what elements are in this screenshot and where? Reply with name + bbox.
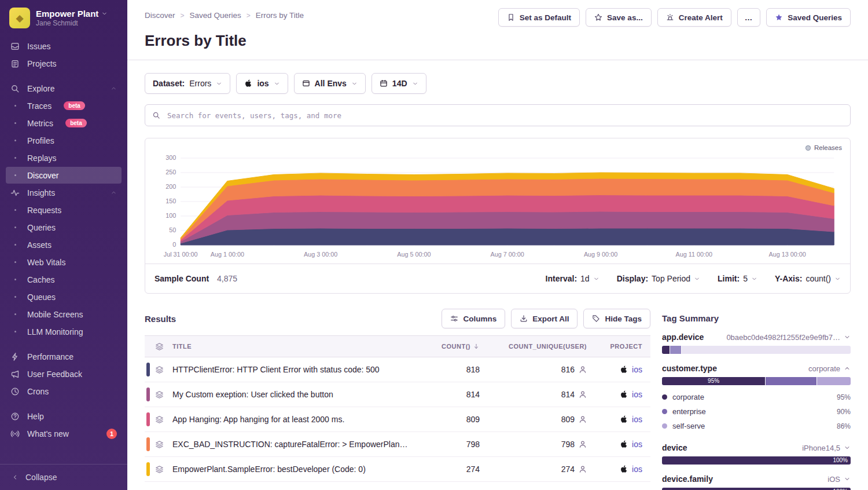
sidebar-item-issues[interactable]: Issues [6, 38, 122, 54]
save-as-button[interactable]: Save as... [586, 8, 652, 27]
bullet-icon [10, 174, 20, 176]
project-link[interactable]: ios [632, 440, 642, 449]
org-switcher[interactable]: ◆ Empower Plant Jane Schmidt [0, 0, 127, 34]
more-options-button[interactable]: … [737, 8, 761, 27]
tag-toggle[interactable]: iOS [827, 475, 851, 484]
sidebar-item-caches[interactable]: Caches [6, 271, 122, 288]
limit-select[interactable]: Limit: 5 [718, 274, 757, 283]
row-count-unique: 809 [480, 415, 587, 424]
sidebar-item-traces[interactable]: Tracesbeta [6, 97, 122, 114]
tag-value-row[interactable]: enterprise90% [662, 404, 851, 419]
sidebar-item-requests[interactable]: Requests [6, 202, 122, 218]
search-input[interactable] [166, 111, 843, 120]
sidebar-item-discover[interactable]: Discover [6, 167, 122, 184]
hide-tags-button[interactable]: Hide Tags [583, 309, 650, 328]
calendar-icon [380, 79, 388, 87]
sidebar-item-web-vitals[interactable]: Web Vitals [6, 254, 122, 270]
sidebar-item-insights[interactable]: Insights [6, 184, 122, 201]
row-title[interactable]: HTTPClientError: HTTP Client Error with … [172, 365, 416, 374]
sidebar-item-queries[interactable]: Queries [6, 219, 122, 236]
series-color-swatch [146, 412, 150, 426]
sidebar-item-projects[interactable]: Projects [6, 55, 122, 72]
star-icon [594, 13, 602, 21]
sidebar-item-replays[interactable]: Replays [6, 149, 122, 166]
table-row[interactable]: EXC_BAD_INSTRUCTION: captureFatalError: … [145, 432, 650, 457]
sidebar-item-assets[interactable]: Assets [6, 236, 122, 253]
sidebar-item-whats-new[interactable]: What's new 1 [6, 425, 122, 442]
chart-controls: Interval: 1d Display: Top Period Limit: … [528, 274, 841, 283]
sidebar-item-crons[interactable]: Crons [6, 383, 122, 400]
project-link[interactable]: ios [632, 390, 642, 399]
table-row[interactable]: EmpowerPlant.SampleError: bestDeveloper … [145, 457, 650, 482]
column-title[interactable]: TITLE [172, 343, 416, 350]
row-title[interactable]: EmpowerPlant.SampleError: bestDeveloper … [172, 465, 416, 474]
content: Dataset: Errors ios All Envs 14D [127, 60, 868, 490]
breadcrumb-discover[interactable]: Discover [145, 11, 175, 20]
project-link[interactable]: ios [632, 465, 642, 474]
table-row[interactable]: App Hanging: App hanging for at least 20… [145, 407, 650, 432]
chevron-up-icon [844, 365, 851, 372]
display-select[interactable]: Display: Top Period [617, 274, 700, 283]
tag-distribution-bar[interactable] [662, 346, 851, 354]
sidebar-item-label: Queues [27, 292, 56, 302]
create-alert-button[interactable]: Create Alert [657, 8, 731, 27]
sidebar-item-queues[interactable]: Queues [6, 288, 122, 305]
row-title[interactable]: App Hanging: App hanging for at least 20… [172, 415, 416, 424]
dataset-filter[interactable]: Dataset: Errors [145, 73, 230, 94]
date-range-filter[interactable]: 14D [372, 73, 426, 94]
column-count[interactable]: COUNT() [416, 343, 480, 350]
chevron-down-icon [834, 276, 841, 282]
table-row[interactable]: EmpowerPlant.SampleError: happyCustomer … [145, 482, 650, 490]
chevron-down-icon [351, 81, 358, 87]
export-all-button[interactable]: Export All [511, 309, 578, 328]
sidebar-item-performance[interactable]: Performance [6, 348, 122, 365]
chart-panel: Releases 050100150200250300Jul 31 00:00A… [145, 138, 851, 294]
sidebar-item-mobile-screens[interactable]: Mobile Screens [6, 306, 122, 323]
column-count-unique[interactable]: COUNT_UNIQUE(USER) [480, 343, 587, 350]
project-link[interactable]: ios [632, 415, 642, 424]
row-title[interactable]: My Custom exeption: User clicked the but… [172, 390, 416, 399]
sidebar-item-help[interactable]: Help [6, 408, 122, 425]
download-icon [520, 315, 528, 323]
environment-filter[interactable]: All Envs [294, 73, 366, 94]
sidebar-item-explore[interactable]: Explore [6, 80, 122, 97]
bullet-icon [10, 209, 20, 211]
sidebar-item-user-feedback[interactable]: User Feedback [6, 365, 122, 382]
tag-section-app-device: app.device0baebc0de4982f1255f2e9e9fb7… [662, 332, 851, 354]
columns-button[interactable]: Columns [442, 309, 505, 328]
siren-icon [666, 13, 674, 21]
bookmark-icon [507, 13, 515, 21]
tag-distribution-bar[interactable]: 100% [662, 456, 851, 465]
row-title[interactable]: EXC_BAD_INSTRUCTION: captureFatalError: … [172, 440, 416, 449]
tag-value-row[interactable]: self-serve86% [662, 419, 851, 433]
page-title: Errors by Title [145, 32, 851, 50]
tag-distribution-bar[interactable]: 100% [662, 488, 851, 490]
insights-icon [10, 188, 20, 198]
table-row[interactable]: HTTPClientError: HTTP Client Error with … [145, 357, 650, 382]
releases-legend[interactable]: Releases [806, 144, 842, 151]
row-count: 814 [416, 390, 480, 399]
svg-text:200: 200 [165, 183, 176, 190]
table-row[interactable]: My Custom exeption: User clicked the but… [145, 382, 650, 407]
column-project[interactable]: PROJECT [587, 343, 650, 350]
project-filter[interactable]: ios [236, 73, 288, 94]
tag-toggle[interactable]: iPhone14,5 [802, 444, 851, 452]
sidebar-item-profiles[interactable]: Profiles [6, 132, 122, 149]
whats-new-count-badge: 1 [106, 429, 117, 439]
sidebar-item-llm-monitoring[interactable]: LLM Monitoring [6, 323, 122, 340]
tag-toggle[interactable]: 0baebc0de4982f1255f2e9e9fb7… [726, 333, 851, 342]
set-as-default-button[interactable]: Set as Default [498, 8, 580, 27]
tag-distribution-bar[interactable]: 95% [662, 377, 851, 385]
project-link[interactable]: ios [632, 365, 642, 374]
tag-toggle[interactable]: corporate [808, 364, 851, 373]
breadcrumb-saved-queries[interactable]: Saved Queries [190, 11, 241, 20]
tag-value-row[interactable]: corporate95% [662, 390, 851, 404]
sidebar-item-metrics[interactable]: Metricsbeta [6, 115, 122, 131]
sidebar-collapse-button[interactable]: Collapse [0, 464, 127, 490]
interval-select[interactable]: Interval: 1d [546, 274, 599, 283]
star-filled-icon [775, 13, 783, 21]
apple-icon [620, 365, 628, 374]
tag-bar-percent: 100% [662, 488, 851, 490]
saved-queries-button[interactable]: Saved Queries [766, 8, 851, 27]
yaxis-select[interactable]: Y-Axis: count() [775, 274, 841, 283]
